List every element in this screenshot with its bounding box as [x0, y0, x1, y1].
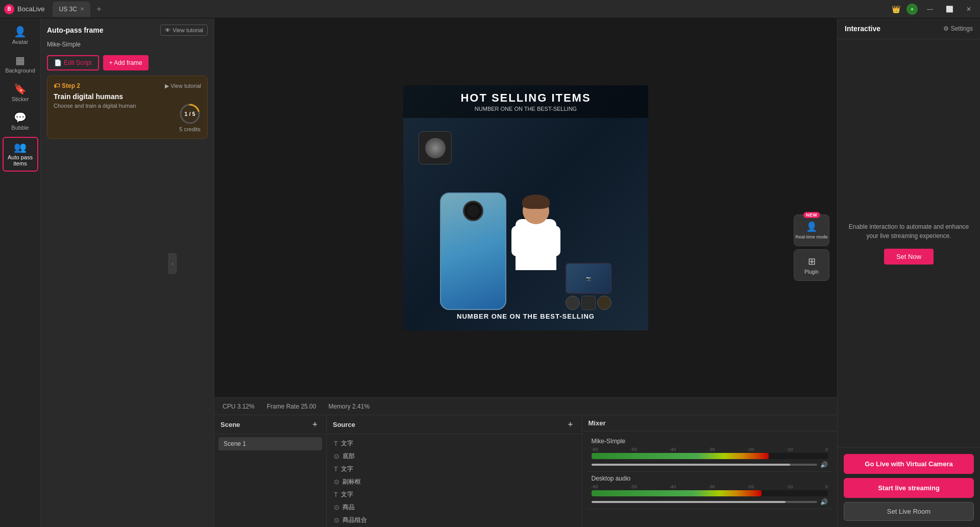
scene-item[interactable]: Scene 1 [218, 437, 322, 450]
step-credits: 5 credits [179, 126, 201, 132]
autopass-icon: 👥 [14, 142, 27, 152]
app-logo: B BocaLive [4, 4, 44, 14]
plugin-icon: ⊞ [808, 256, 816, 267]
edit-script-label: Edit Script [64, 59, 92, 66]
preview-content: HOT SELLING ITEMS NUMBER ONE ON THE BEST… [403, 85, 648, 330]
mixer-slider-track-0[interactable] [592, 464, 818, 466]
source-item-1[interactable]: ⊙ 底部 [331, 450, 578, 463]
panel-title: Auto-pass frame [47, 26, 103, 34]
source-icon-5: ⊙ [334, 504, 339, 511]
scene-panel-content: Scene 1 [214, 434, 326, 527]
sidebar-item-background[interactable]: ▦ Background [3, 51, 38, 78]
source-label-1: 底部 [342, 452, 355, 461]
hot-selling-bottom-text: NUMBER ONE ON THE BEST-SELLING [403, 313, 648, 320]
main-container: 👤 Avatar ▦ Background 🔖 Sticker 💬 Bubble… [0, 18, 980, 527]
titlebar-icons: 👑 ● — ⬜ ✕ [890, 2, 976, 16]
settings-button[interactable]: ⚙ Settings [943, 25, 973, 32]
settings-icon: ⚙ [943, 25, 949, 32]
mixer-slider-fill-0 [592, 464, 790, 466]
hot-selling-bottom: NUMBER ONE ON THE BEST-SELLING [403, 313, 648, 320]
source-item-3[interactable]: ⊙ 副标框 [331, 475, 578, 488]
sidebar-item-bubble[interactable]: 💬 Bubble [3, 108, 38, 135]
right-panel-header: Interactive ⚙ Settings [838, 18, 980, 39]
start-stream-button[interactable]: Start live streaming [844, 478, 974, 498]
tab-us3c[interactable]: US 3C ✕ [53, 2, 90, 17]
source-panel-title: Source [333, 421, 355, 428]
set-live-room-button[interactable]: Set Live Room [844, 502, 974, 521]
close-button[interactable]: ✕ [962, 2, 976, 16]
source-label-0: 文字 [341, 439, 353, 448]
view-tutorial-button[interactable]: 👁 View tutorial [160, 25, 208, 36]
source-item-2[interactable]: T 文字 [331, 463, 578, 475]
step-badge: 🏷 Step 2 [54, 82, 80, 89]
memory-label: Memory 2.41% [328, 403, 370, 410]
hot-selling-banner: HOT SELLING ITEMS NUMBER ONE ON THE BEST… [403, 85, 648, 118]
mixer-bar-labels-0: -60-50-40-30-20-100 [592, 447, 828, 452]
mixer-panel-title: Mixer [589, 419, 606, 427]
sidebar-item-sticker[interactable]: 🔖 Sticker [3, 80, 38, 106]
plugin-button[interactable]: ⊞ Plugin [794, 249, 829, 281]
plugin-label: Plugin [804, 269, 819, 275]
mixer-channel-1: Desktop audio -60-50-40-30-20-100 🔊 [586, 472, 834, 509]
mixer-vol-icon-0[interactable]: 🔊 [820, 461, 828, 468]
background-icon: ▦ [15, 55, 25, 65]
source-icon-2: T [334, 465, 338, 473]
mixer-channel-0: Mike-SImple -60-50-40-30-20-100 🔊 [586, 435, 834, 472]
crown-icon[interactable]: 👑 [890, 4, 901, 15]
mixer-vol-icon-1[interactable]: 🔊 [820, 498, 828, 506]
right-panel: Interactive ⚙ Settings Enable interactio… [837, 18, 980, 527]
interactive-body: Enable interaction to automate and enhan… [838, 39, 980, 447]
add-frame-button[interactable]: + Add frame [103, 55, 149, 70]
source-item-4[interactable]: T 文字 [331, 488, 578, 501]
source-item-6[interactable]: ⊙ 商品组合 [331, 514, 578, 526]
center-stage: HOT SELLING ITEMS NUMBER ONE ON THE BEST… [214, 18, 837, 527]
realtime-mode-button[interactable]: NEW 👤 Real-time mode [794, 214, 829, 246]
interactive-description: Enable interaction to automate and enhan… [848, 222, 970, 241]
mixer-slider-fill-1 [592, 501, 786, 503]
add-tab-button[interactable]: + [93, 4, 105, 15]
step-view-tut-label: ▶ View tutorial [165, 83, 201, 89]
mixer-slider-row-0: 🔊 [592, 461, 828, 468]
scene-add-button[interactable]: + [310, 419, 320, 429]
bottom-panels: Scene + Scene 1 Source + T 文字 [214, 415, 837, 527]
set-now-button[interactable]: Set Now [884, 249, 934, 265]
source-item-5[interactable]: ⊙ 商品 [331, 501, 578, 514]
floating-buttons: NEW 👤 Real-time mode ⊞ Plugin [794, 214, 829, 281]
scene-panel-title: Scene [220, 421, 240, 428]
sidebar-item-autopass-label: Auto pass items [6, 154, 35, 166]
mixer-slider-track-1[interactable] [592, 501, 818, 503]
mixer-bar-labels-1: -60-50-40-30-20-100 [592, 484, 828, 489]
sidebar-item-bubble-label: Bubble [11, 125, 29, 131]
realtime-mode-label: Real-time mode [795, 234, 828, 240]
source-item-0[interactable]: T 文字 [331, 437, 578, 450]
mixer-panel: Mixer Mike-SImple -60-50-40-30-20-100 [582, 415, 838, 527]
status-bar: CPU 3.12% Frame Rate 25.00 Memory 2.41% [214, 397, 837, 415]
titlebar: B BocaLive US 3C ✕ + 👑 ● — ⬜ ✕ [0, 0, 980, 18]
logo-icon: B [4, 4, 14, 14]
source-label-4: 文字 [341, 490, 353, 499]
edit-script-icon: 📄 [54, 59, 62, 66]
edit-script-button[interactable]: 📄 Edit Script [47, 55, 99, 70]
step-view-tutorial[interactable]: ▶ View tutorial [165, 83, 201, 89]
source-icon-0: T [334, 440, 338, 447]
go-live-button[interactable]: Go Live with Virtual Camera [844, 454, 974, 474]
mixer-bar-0 [592, 453, 828, 459]
step-panel: 🏷 Step 2 ▶ View tutorial Train digital h… [47, 76, 208, 139]
sidebar-item-sticker-label: Sticker [12, 96, 29, 102]
minimize-button[interactable]: — [923, 2, 937, 16]
add-frame-label: + Add frame [109, 59, 142, 66]
sidebar-item-autopass[interactable]: 👥 Auto pass items [3, 137, 38, 172]
mixer-panel-header: Mixer [582, 415, 838, 432]
sidebar-item-avatar[interactable]: 👤 Avatar [3, 22, 38, 49]
source-icon-4: T [334, 491, 338, 498]
maximize-button[interactable]: ⬜ [942, 2, 957, 16]
hot-selling-sub: NUMBER ONE ON THE BEST-SELLING [409, 106, 642, 112]
interactive-title: Interactive [845, 25, 880, 33]
app-name: BocaLive [17, 5, 44, 13]
source-add-button[interactable]: + [566, 419, 576, 429]
mixer-slider-row-1: 🔊 [592, 498, 828, 506]
collapse-panel-button[interactable]: ‹ [168, 253, 177, 274]
view-tutorial-icon: 👁 [165, 27, 170, 33]
tab-close-icon[interactable]: ✕ [80, 6, 84, 12]
settings-label: Settings [951, 25, 973, 32]
